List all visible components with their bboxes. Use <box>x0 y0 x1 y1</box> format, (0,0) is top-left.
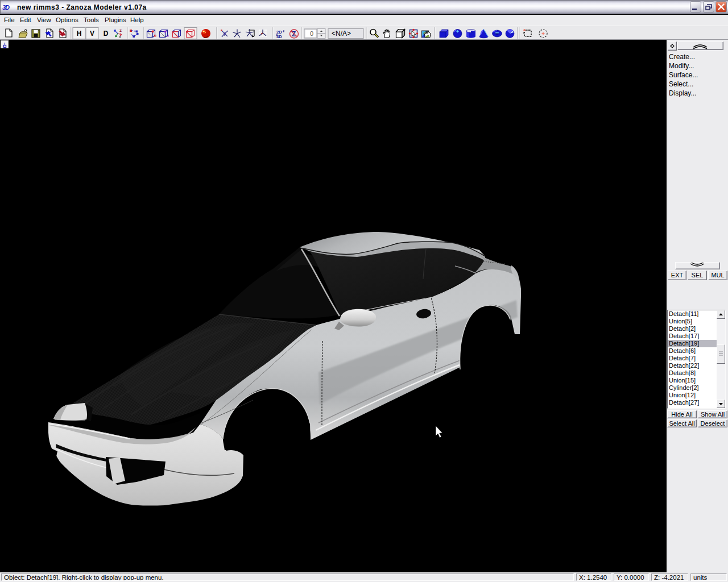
svg-text:H: H <box>77 30 82 38</box>
svg-text:0: 0 <box>310 30 313 37</box>
svg-text:z: z <box>119 28 122 33</box>
svg-text:D: D <box>104 30 109 38</box>
svg-text:<N/A>: <N/A> <box>332 30 351 38</box>
svg-text:x: x <box>119 34 121 39</box>
svg-text:V: V <box>90 30 94 38</box>
